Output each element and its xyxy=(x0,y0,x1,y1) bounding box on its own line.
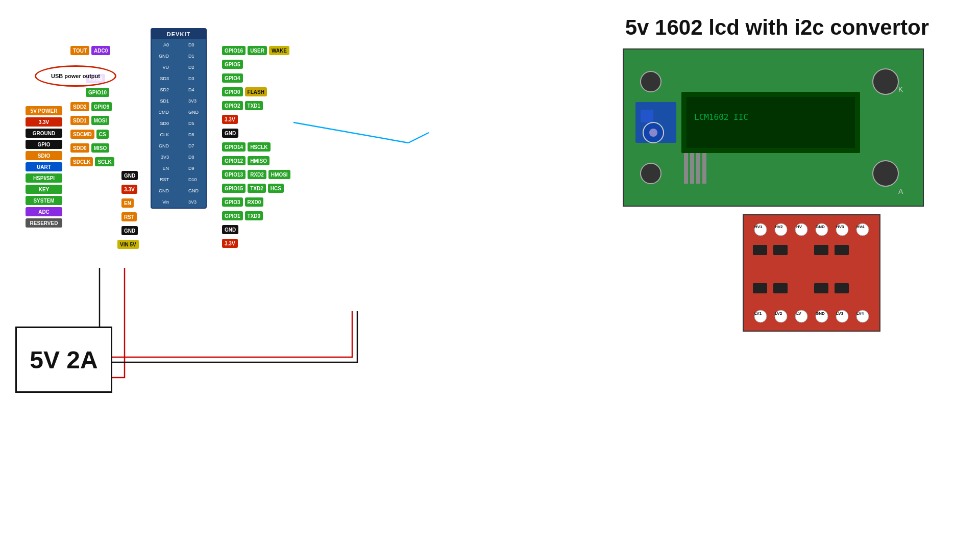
level-shifter-photo: HV1 HV2 HV GND HV3 HV4 LV1 LV2 LV GND LV… xyxy=(743,214,880,332)
pin-33v-r14: 3.3V xyxy=(222,239,238,248)
pin-en: EN xyxy=(121,198,134,208)
svg-text:HV: HV xyxy=(796,224,802,229)
pin-gpio16: GPIO16 xyxy=(222,46,246,55)
pin-hmosi: HMOSI xyxy=(268,170,290,179)
pin-gnd-r13: GND xyxy=(222,225,238,234)
pin-gpio15: GPIO15 xyxy=(222,184,246,193)
pin-gpio4: GPIO4 xyxy=(222,73,243,83)
pin-gpio13: GPIO13 xyxy=(222,170,246,179)
svg-text:HV3: HV3 xyxy=(836,224,844,229)
label-reserved: RESERVED xyxy=(26,218,62,228)
svg-line-0 xyxy=(293,122,408,143)
pin-txd0: TXD0 xyxy=(245,211,263,220)
svg-rect-38 xyxy=(773,283,788,293)
pin-gpio9: GPIO9 xyxy=(91,102,112,111)
svg-point-14 xyxy=(873,69,898,94)
label-uart: UART xyxy=(26,162,62,171)
pin-33v-r: 3.3V xyxy=(222,115,238,124)
svg-point-6 xyxy=(649,129,657,137)
svg-text:LV2: LV2 xyxy=(775,311,782,316)
pin-gpio3: GPIO3 xyxy=(222,197,243,207)
usb-power-oval: USB power output xyxy=(35,65,116,87)
pin-gnd-r6: GND xyxy=(222,129,238,138)
svg-rect-39 xyxy=(814,283,828,293)
svg-text:HV2: HV2 xyxy=(775,224,783,229)
pin-tout: TOUT xyxy=(70,46,89,55)
pin-gpio0: GPIO0 xyxy=(222,87,243,96)
svg-rect-37 xyxy=(753,283,767,293)
pin-hcs: HCS xyxy=(268,184,284,193)
svg-text:LV3: LV3 xyxy=(836,311,844,316)
svg-text:LV1: LV1 xyxy=(754,311,762,316)
label-5vpower: 5V POWER xyxy=(26,106,62,115)
svg-rect-35 xyxy=(814,245,828,255)
svg-text:A: A xyxy=(898,187,903,195)
svg-rect-10 xyxy=(684,153,688,184)
pin-sclk: SCLK xyxy=(95,157,114,166)
pin-flash: FLASH xyxy=(245,87,267,96)
label-key: KEY xyxy=(26,185,62,194)
svg-rect-4 xyxy=(641,110,653,122)
label-gpio: GPIO xyxy=(26,140,62,149)
label-33v-1: 3.3V xyxy=(26,117,62,127)
pin-gnd-mid: GND xyxy=(121,171,138,180)
pin-hmiso: HMISO xyxy=(248,156,270,165)
label-adc: ADC xyxy=(26,207,62,216)
pin-gnd-bot: GND xyxy=(121,226,138,235)
svg-text:GND: GND xyxy=(816,224,825,229)
svg-text:GND: GND xyxy=(816,311,825,316)
svg-text:LCM1602 IIC: LCM1602 IIC xyxy=(694,112,748,122)
svg-point-17 xyxy=(641,163,661,184)
svg-rect-12 xyxy=(696,153,700,184)
page-title: 5v 1602 lcd with i2c convertor xyxy=(625,15,929,40)
label-ground: GROUND xyxy=(26,129,62,138)
svg-text:K: K xyxy=(898,85,903,93)
label-sdio: SDIO xyxy=(26,151,62,160)
svg-line-1 xyxy=(408,133,429,143)
svg-text:LV: LV xyxy=(796,311,801,316)
pin-33v-mid: 3.3V xyxy=(121,185,137,194)
svg-rect-34 xyxy=(773,245,788,255)
pin-user: USER xyxy=(248,46,267,55)
pin-rxd2: RXD2 xyxy=(248,170,266,179)
pin-sdd0: SDD0 xyxy=(70,143,89,153)
pin-rxd0: RXD0 xyxy=(245,197,264,207)
power-label: 5V 2A xyxy=(30,346,97,374)
pin-miso: MISO xyxy=(91,143,110,153)
pin-txd2: TXD2 xyxy=(248,184,266,193)
pin-gpio12: GPIO12 xyxy=(222,156,246,165)
pin-vin5v: VIN 5V xyxy=(117,240,139,249)
svg-rect-13 xyxy=(702,153,706,184)
svg-text:HV4: HV4 xyxy=(856,224,865,229)
svg-point-15 xyxy=(873,161,898,186)
pin-wake: WAKE xyxy=(269,46,289,55)
pin-sdd2: SDD2 xyxy=(70,102,89,111)
pin-sdcmd: SDCMD xyxy=(70,130,94,139)
svg-rect-33 xyxy=(753,245,767,255)
pin-sdclk: SDCLK xyxy=(70,157,93,166)
label-system: SYSTEM xyxy=(26,196,62,205)
power-supply-box: 5V 2A xyxy=(15,327,112,393)
svg-text:HV1: HV1 xyxy=(754,224,763,229)
pin-gpio5: GPIO5 xyxy=(222,60,243,69)
pin-adc0: ADC0 xyxy=(91,46,110,55)
pin-gpio14: GPIO14 xyxy=(222,142,246,152)
svg-point-16 xyxy=(641,71,661,92)
svg-rect-40 xyxy=(835,283,849,293)
pin-hsclk: HSCLK xyxy=(248,142,270,152)
pin-mosi: MOSI xyxy=(91,116,110,125)
label-hspi: HSPI/SPI xyxy=(26,173,62,183)
lcd-photo: LCM1602 IIC K A xyxy=(623,48,924,207)
pin-txd1: TXD1 xyxy=(245,101,263,110)
pin-rst: RST xyxy=(121,212,137,221)
svg-rect-8 xyxy=(687,97,855,148)
pin-gpio2: GPIO2 xyxy=(222,101,243,110)
pin-cs: CS xyxy=(96,130,109,139)
svg-rect-36 xyxy=(835,245,849,255)
devkit-title: DEVKIT xyxy=(152,29,206,39)
pin-gpio10: GPIO10 xyxy=(86,88,109,97)
svg-rect-11 xyxy=(690,153,694,184)
svg-text:LV4: LV4 xyxy=(856,311,864,316)
pin-gpio1: GPIO1 xyxy=(222,211,243,220)
devkit-board: DEVKIT A0D0 GNDD1 VUD2 SD3D3 SD2D4 SD13V… xyxy=(151,28,207,209)
